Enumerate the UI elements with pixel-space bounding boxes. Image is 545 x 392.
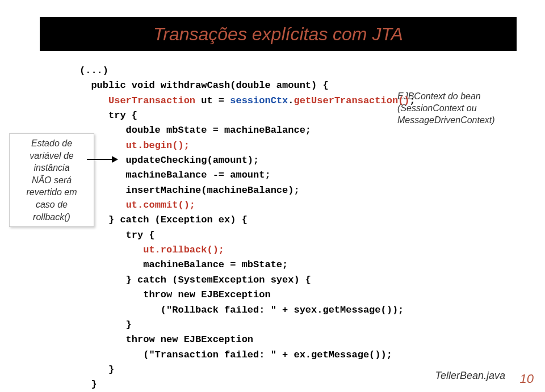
code-token: ; bbox=[410, 95, 416, 106]
code-line: ("Rollback failed: " + syex.getMessage()… bbox=[79, 305, 404, 315]
code-line: ("Transaction failed: " + ex.getMessage(… bbox=[79, 349, 392, 360]
code-line: double mbState = machineBalance; bbox=[79, 125, 311, 136]
code-line: machineBalance -= amount; bbox=[79, 170, 271, 180]
code-line: } catch (SystemException syex) { bbox=[79, 275, 311, 285]
annotation-right-line: (SessionContext ou bbox=[397, 103, 525, 115]
code-token: ut.commit(); bbox=[126, 200, 195, 210]
code-line: updateChecking(amount); bbox=[79, 155, 259, 166]
code-line: } bbox=[79, 364, 114, 375]
code-line: } bbox=[79, 319, 132, 330]
code-token: UserTransaction bbox=[108, 95, 195, 106]
code-line: (...) bbox=[79, 65, 108, 76]
code-line: } catch (Exception ex) { bbox=[79, 214, 248, 225]
annotation-right: EJBContext do bean (SessionContext ou Me… bbox=[397, 91, 525, 126]
code-line: try { bbox=[79, 110, 137, 121]
slide-header: Transações explícitas com JTA bbox=[40, 17, 517, 51]
code-token: ut.begin(); bbox=[126, 140, 190, 151]
code-line: throw new EJBException bbox=[79, 334, 253, 345]
code-line bbox=[79, 200, 126, 210]
code-line: machineBalance = mbState; bbox=[79, 259, 288, 270]
code-token: ut = bbox=[195, 95, 230, 106]
code-token: ut.rollback(); bbox=[143, 245, 224, 255]
code-line: insertMachine(machineBalance); bbox=[79, 185, 300, 196]
page-number: 10 bbox=[520, 372, 534, 386]
code-line: throw new EJBException bbox=[79, 289, 271, 300]
annotation-right-line: MessageDrivenContext) bbox=[397, 115, 525, 127]
code-token: getUserTransaction() bbox=[294, 95, 410, 106]
code-line: try { bbox=[79, 230, 155, 241]
code-token: . bbox=[288, 95, 294, 106]
footer-filename: TellerBean.java bbox=[435, 370, 505, 382]
slide-title: Transações explícitas com JTA bbox=[153, 24, 403, 45]
code-token: sessionCtx bbox=[230, 95, 288, 106]
code-line bbox=[79, 140, 126, 151]
code-line bbox=[79, 95, 108, 106]
code-block: (...) public void withdrawCash(double am… bbox=[79, 64, 416, 392]
annotation-right-line: EJBContext do bean bbox=[397, 91, 525, 103]
code-line: } bbox=[79, 379, 97, 390]
code-line: public void withdrawCash(double amount) … bbox=[79, 80, 329, 91]
code-line bbox=[79, 245, 143, 255]
